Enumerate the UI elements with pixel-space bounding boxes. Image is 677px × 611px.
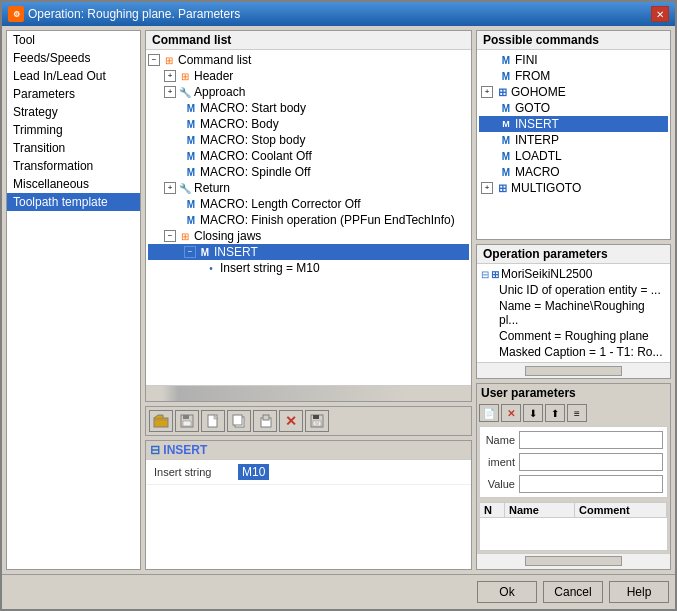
grid-icon-closing: ⊞ [178,229,192,243]
user-btn-up[interactable]: ⬆ [545,404,565,422]
help-button[interactable]: Help [609,581,669,603]
sidebar-item-trimming[interactable]: Trimming [7,121,140,139]
op-item-caption[interactable]: Masked Caption = 1 - T1: Ro... [479,344,668,360]
sidebar-item-parameters[interactable]: Parameters [7,85,140,103]
toolbar-open-btn[interactable] [149,410,173,432]
cancel-button[interactable]: Cancel [543,581,603,603]
cmd-icon-fini: M [499,53,513,67]
tree-item-macro-start[interactable]: M MACRO: Start body [148,100,469,116]
command-list-section: Command list − ⊞ Command list + ⊞ Header [145,30,472,402]
op-params-hscroll[interactable] [477,362,670,378]
close-button[interactable]: ✕ [651,6,669,22]
expand-approach[interactable]: + [164,86,176,98]
sidebar-item-feeds[interactable]: Feeds/Speeds [7,49,140,67]
cmd-gohome[interactable]: + ⊞ GOHOME [479,84,668,100]
toolbar-save-btn[interactable] [175,410,199,432]
sidebar-item-leadin[interactable]: Lead In/Lead Out [7,67,140,85]
cmd-icon-gohome: ⊞ [495,85,509,99]
cmd-multigoto[interactable]: + ⊞ MULTIGOTO [479,180,668,196]
tree-item-closing-jaws[interactable]: − ⊞ Closing jaws [148,228,469,244]
cmd-label-insert: INSERT [515,117,559,131]
tree-item-header[interactable]: + ⊞ Header [148,68,469,84]
insert-string-row[interactable]: Insert string M10 [146,460,471,485]
expand-closing[interactable]: − [164,230,176,242]
toolbar-paste-btn[interactable] [253,410,277,432]
cmd-loadtl[interactable]: M LOADTL [479,148,668,164]
op-item-machine[interactable]: ⊟ ⊞ MoriSeikiNL2500 [479,266,668,282]
expand-commandlist[interactable]: − [148,54,160,66]
cmd-interp[interactable]: M INTERP [479,132,668,148]
blue-m-icon-finish: M [184,213,198,227]
tree-item-macro-coolant[interactable]: M MACRO: Coolant Off [148,148,469,164]
op-item-comment[interactable]: Comment = Roughing plane [479,328,668,344]
expand-return[interactable]: + [164,182,176,194]
command-list-tree[interactable]: − ⊞ Command list + ⊞ Header + 🔧 Appro [146,50,471,385]
user-comment-input[interactable] [519,453,663,471]
tree-item-macro-body[interactable]: M MACRO: Body [148,116,469,132]
sidebar-item-transformation[interactable]: Transformation [7,157,140,175]
insert-props-grid[interactable]: Insert string M10 [146,460,471,569]
user-btn-delete[interactable]: ✕ [501,404,521,422]
bottom-bar: Ok Cancel Help [2,574,675,609]
command-list-header: Command list [146,31,471,50]
toolbar-savefile-btn[interactable] [305,410,329,432]
cmd-label-interp: INTERP [515,133,559,147]
user-params-hscroll[interactable] [477,553,670,569]
ok-button[interactable]: Ok [477,581,537,603]
tree-item-macro-finish[interactable]: M MACRO: Finish operation (PPFun EndTech… [148,212,469,228]
user-field-name-row: Name [484,431,663,449]
sidebar-item-strategy[interactable]: Strategy [7,103,140,121]
cmd-label-gohome: GOHOME [511,85,566,99]
tree-item-approach[interactable]: + 🔧 Approach [148,84,469,100]
user-btn-down[interactable]: ⬇ [523,404,543,422]
user-value-input[interactable] [519,475,663,493]
op-params-tree[interactable]: ⊟ ⊞ MoriSeikiNL2500 Unic ID of operation… [477,264,670,362]
cmd-insert[interactable]: M INSERT [479,116,668,132]
tree-item-return[interactable]: + 🔧 Return [148,180,469,196]
insert-string-value[interactable]: M10 [238,464,269,480]
svg-rect-8 [263,415,269,420]
tree-label-macro-stop: MACRO: Stop body [200,133,305,147]
cmd-icon-interp: M [499,133,513,147]
toolbar-copy-btn[interactable] [227,410,251,432]
op-label-uid: Unic ID of operation entity = ... [499,283,661,297]
op-label-caption: Masked Caption = 1 - T1: Ro... [499,345,663,359]
command-list-hscroll[interactable] [146,385,471,401]
title-bar: ⚙ Operation: Roughing plane. Parameters … [2,2,675,26]
user-btn-list[interactable]: ≡ [567,404,587,422]
op-item-name[interactable]: Name = Machine\Roughing pl... [479,298,668,328]
tree-item-commandlist[interactable]: − ⊞ Command list [148,52,469,68]
sidebar-item-transition[interactable]: Transition [7,139,140,157]
cmd-label-macro: MACRO [515,165,560,179]
cmd-macro[interactable]: M MACRO [479,164,668,180]
user-name-input[interactable] [519,431,663,449]
cmd-from[interactable]: M FROM [479,68,668,84]
sidebar-item-toolpath[interactable]: Toolpath template [7,193,140,211]
expand-multigoto[interactable]: + [481,182,493,194]
expand-insert[interactable]: − [184,246,196,258]
tree-item-insert-string[interactable]: • Insert string = M10 [148,260,469,276]
cmd-fini[interactable]: M FINI [479,52,668,68]
tree-item-macro-spindle[interactable]: M MACRO: Spindle Off [148,164,469,180]
svg-rect-10 [313,415,319,419]
possible-commands-section: Possible commands M FINI M FROM + ⊞ [476,30,671,240]
user-col-name: Name [505,503,575,517]
expand-header[interactable]: + [164,70,176,82]
toolbar-new-btn[interactable] [201,410,225,432]
toolbar-delete-btn[interactable]: ✕ [279,410,303,432]
insert-props-header: ⊟ INSERT [146,441,471,460]
cmd-label-from: FROM [515,69,550,83]
tree-item-macro-stop[interactable]: M MACRO: Stop body [148,132,469,148]
tree-item-macro-length[interactable]: M MACRO: Length Corrector Off [148,196,469,212]
sidebar-item-miscellaneous[interactable]: Miscellaneous [7,175,140,193]
cmd-icon-macro: M [499,165,513,179]
possible-commands-tree[interactable]: M FINI M FROM + ⊞ GOHOME [477,50,670,239]
sidebar-item-tool[interactable]: Tool [7,31,140,49]
user-params-section: User parameters 📄 ✕ ⬇ ⬆ ≡ Name iment [476,383,671,570]
cmd-goto[interactable]: M GOTO [479,100,668,116]
expand-gohome[interactable]: + [481,86,493,98]
op-label-machine: MoriSeikiNL2500 [501,267,592,281]
tree-item-insert[interactable]: − M INSERT [148,244,469,260]
op-item-uid[interactable]: Unic ID of operation entity = ... [479,282,668,298]
user-btn-new[interactable]: 📄 [479,404,499,422]
